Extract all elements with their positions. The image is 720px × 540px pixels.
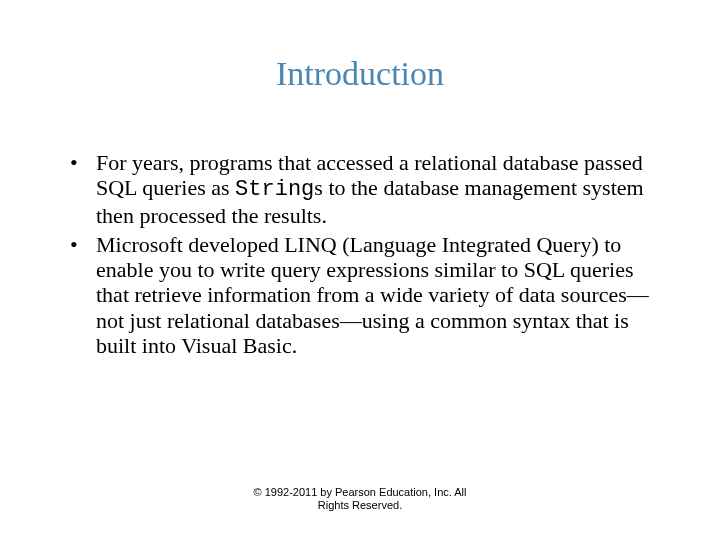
- bullet-text: Microsoft developed LINQ (Language Integ…: [96, 232, 660, 360]
- bullet-item: • Microsoft developed LINQ (Language Int…: [70, 232, 660, 360]
- footer: © 1992-2011 by Pearson Education, Inc. A…: [0, 486, 720, 512]
- slide: Introduction • For years, programs that …: [0, 0, 720, 540]
- bullet-text-code: String: [235, 177, 314, 202]
- slide-title: Introduction: [0, 55, 720, 93]
- bullet-text: For years, programs that accessed a rela…: [96, 150, 660, 228]
- bullet-dot: •: [70, 232, 96, 360]
- footer-line-1: © 1992-2011 by Pearson Education, Inc. A…: [0, 486, 720, 499]
- bullet-text-pre: Microsoft developed LINQ (Language Integ…: [96, 232, 649, 358]
- bullet-dot: •: [70, 150, 96, 228]
- slide-body: • For years, programs that accessed a re…: [70, 150, 660, 364]
- bullet-item: • For years, programs that accessed a re…: [70, 150, 660, 228]
- footer-line-2: Rights Reserved.: [0, 499, 720, 512]
